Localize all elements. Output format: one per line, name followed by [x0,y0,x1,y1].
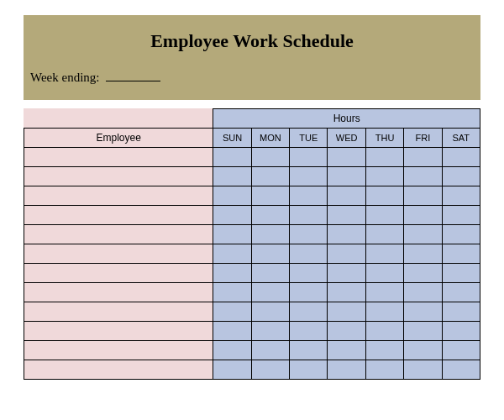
hours-cell[interactable] [404,148,442,167]
hours-cell[interactable] [251,360,289,380]
employee-cell[interactable] [24,341,213,360]
hours-cell[interactable] [328,148,365,167]
hours-cell[interactable] [365,206,403,225]
hours-cell[interactable] [404,167,442,186]
hours-cell[interactable] [404,341,442,360]
hours-cell[interactable] [251,206,289,225]
hours-cell[interactable] [442,322,480,341]
hours-cell[interactable] [328,360,365,380]
hours-cell[interactable] [442,206,480,225]
employee-cell[interactable] [24,167,213,186]
hours-cell[interactable] [365,225,403,244]
employee-cell[interactable] [24,322,213,341]
hours-cell[interactable] [328,186,365,206]
hours-cell[interactable] [251,341,289,360]
hours-cell[interactable] [365,360,403,380]
employee-cell[interactable] [24,264,213,283]
hours-cell[interactable] [442,186,480,206]
hours-cell[interactable] [365,244,403,264]
hours-cell[interactable] [213,264,251,283]
hours-cell[interactable] [213,283,251,302]
hours-cell[interactable] [213,186,251,206]
employee-cell[interactable] [24,283,213,302]
employee-cell[interactable] [24,360,213,380]
table-row [24,283,480,302]
hours-cell[interactable] [442,283,480,302]
hours-cell[interactable] [290,225,328,244]
hours-cell[interactable] [290,302,328,322]
hours-cell[interactable] [404,186,442,206]
hours-cell[interactable] [213,341,251,360]
hours-cell[interactable] [290,360,328,380]
hours-cell[interactable] [442,360,480,380]
hours-cell[interactable] [213,167,251,186]
hours-cell[interactable] [365,302,403,322]
hours-cell[interactable] [404,206,442,225]
hours-cell[interactable] [404,264,442,283]
hours-cell[interactable] [442,244,480,264]
hours-cell[interactable] [442,225,480,244]
hours-cell[interactable] [328,225,365,244]
hours-cell[interactable] [328,322,365,341]
hours-cell[interactable] [442,167,480,186]
hours-cell[interactable] [404,322,442,341]
hours-cell[interactable] [213,225,251,244]
hours-cell[interactable] [442,341,480,360]
hours-cell[interactable] [213,244,251,264]
hours-cell[interactable] [365,341,403,360]
hours-cell[interactable] [328,167,365,186]
hours-cell[interactable] [365,264,403,283]
hours-cell[interactable] [213,322,251,341]
hours-cell[interactable] [442,302,480,322]
hours-cell[interactable] [328,283,365,302]
hours-cell[interactable] [365,322,403,341]
hours-cell[interactable] [290,322,328,341]
hours-cell[interactable] [365,167,403,186]
hours-cell[interactable] [290,206,328,225]
employee-cell[interactable] [24,186,213,206]
hours-cell[interactable] [290,167,328,186]
table-row [24,186,480,206]
hours-cell[interactable] [365,148,403,167]
employee-cell[interactable] [24,244,213,264]
hours-cell[interactable] [251,148,289,167]
hours-cell[interactable] [290,186,328,206]
hours-cell[interactable] [251,244,289,264]
hours-cell[interactable] [251,225,289,244]
hours-cell[interactable] [213,302,251,322]
week-ending-input[interactable] [106,81,160,81]
hours-cell[interactable] [251,322,289,341]
hours-cell[interactable] [404,283,442,302]
hours-cell[interactable] [290,148,328,167]
hours-cell[interactable] [442,148,480,167]
hours-cell[interactable] [213,206,251,225]
hours-cell[interactable] [328,264,365,283]
hours-cell[interactable] [251,283,289,302]
hours-cell[interactable] [251,167,289,186]
hours-cell[interactable] [251,302,289,322]
hours-cell[interactable] [290,264,328,283]
employee-cell[interactable] [24,225,213,244]
employee-cell[interactable] [24,302,213,322]
hours-cell[interactable] [328,302,365,322]
hours-cell[interactable] [213,360,251,380]
hours-cell[interactable] [328,206,365,225]
hours-cell[interactable] [404,360,442,380]
hours-cell[interactable] [290,283,328,302]
hours-cell[interactable] [328,341,365,360]
hours-cell[interactable] [404,244,442,264]
hours-cell[interactable] [251,186,289,206]
employee-cell[interactable] [24,206,213,225]
employee-header: Employee [24,129,213,148]
hours-cell[interactable] [290,341,328,360]
hours-cell[interactable] [442,264,480,283]
hours-cell[interactable] [404,302,442,322]
hours-cell[interactable] [365,283,403,302]
hours-cell[interactable] [290,244,328,264]
hours-cell[interactable] [404,225,442,244]
hours-cell[interactable] [213,148,251,167]
hours-cell[interactable] [251,264,289,283]
hours-cell[interactable] [365,186,403,206]
employee-cell[interactable] [24,148,213,167]
hours-cell[interactable] [328,244,365,264]
